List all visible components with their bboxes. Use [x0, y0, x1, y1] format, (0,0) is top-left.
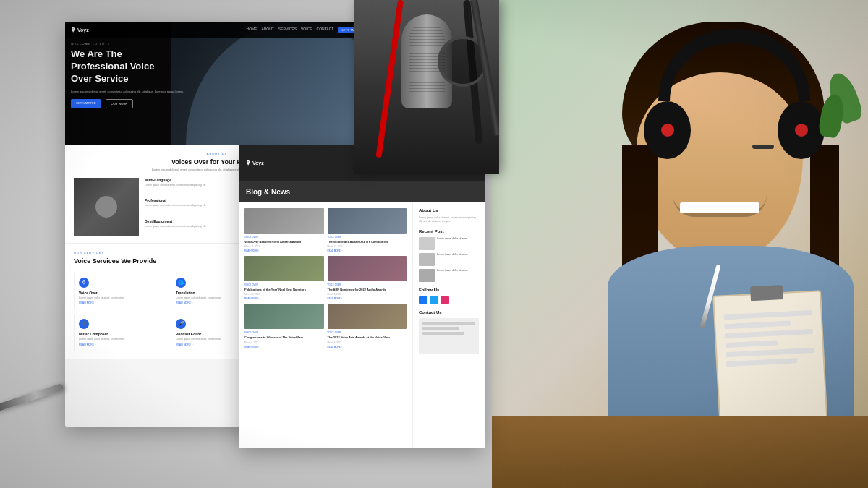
nav-home[interactable]: HOME: [247, 27, 258, 33]
recent-post-3-text: Lorem ipsum dolor sit amet.: [437, 269, 468, 282]
music-icon: 🎼: [79, 319, 89, 329]
blog-card-2-date: March 12, 2023: [328, 245, 407, 248]
recent-post-2: Lorem ipsum dolor sit amet.: [419, 253, 479, 266]
blog-card-3-title: Publications of the Year' Noel Best Narr…: [244, 288, 324, 291]
facebook-icon[interactable]: [419, 296, 427, 304]
blog-card-3: VOICE OVER Publications of the Year' Noe…: [244, 256, 324, 300]
hero-title: We Are The Professional Voice Over Servi…: [71, 48, 184, 85]
blog-card-3-date: March 10, 2023: [244, 293, 324, 296]
sidebar-about: About Us Lorem ipsum dolor sit amet, con…: [419, 208, 479, 223]
blog-card-5-image: [244, 304, 324, 329]
voiceover-link[interactable]: READ MORE ›: [79, 301, 161, 304]
blog-card-6: VOICE OVER The 2022 Voice Arts Awards at…: [328, 304, 407, 348]
feature-professional-text: Lorem ipsum dolor sit amet, consectetur …: [145, 204, 250, 207]
recent-post-2-image: [419, 253, 435, 266]
clipboard-line-2: [724, 320, 791, 329]
recent-post-1-text: Lorem ipsum dolor sit amet.: [437, 237, 468, 250]
recent-post-2-text: Lorem ipsum dolor sit amet.: [437, 253, 468, 266]
blog-card-5: VOICE OVER Congratulate to Winners of Th…: [244, 304, 324, 348]
nav-services[interactable]: SERVICES: [278, 27, 297, 33]
feature-professional-title: Professional: [145, 198, 250, 202]
feature-equipment-title: Best Equipment: [145, 219, 250, 223]
sidebar-follow: Follow Us: [419, 288, 479, 304]
translation-icon: 🌐: [176, 278, 186, 288]
headphone-red-left: [661, 124, 674, 137]
blog-card-6-image: [328, 304, 407, 329]
recent-post-1-image: [419, 237, 435, 250]
hero-cta-secondary[interactable]: OUR WORK: [106, 99, 133, 108]
clipboard-line-6: [726, 358, 797, 367]
blog-card-5-tag: VOICE OVER: [244, 331, 324, 334]
clipboard-clip: [750, 285, 783, 301]
hero-title-line1: We Are The: [71, 48, 122, 59]
blog-card-6-tag: VOICE OVER: [328, 331, 407, 334]
nav-about[interactable]: ABOUT: [262, 27, 274, 33]
hero-section: 🎙 Voyz HOME ABOUT SERVICES VOICE CONTACT…: [65, 22, 369, 145]
blog-card-6-date: March 4, 2023: [328, 341, 407, 344]
blog-card-5-link[interactable]: READ MORE ›: [244, 346, 324, 348]
hero-cta-primary[interactable]: GET STARTED: [71, 99, 101, 108]
blog-card-4-date: March 8, 2023: [328, 293, 407, 296]
blog-card-2-title: The Voice Index Award USA BY Compatriots: [328, 240, 407, 244]
instagram-icon[interactable]: [441, 296, 449, 304]
nav-voice[interactable]: VOICE: [301, 27, 312, 33]
blog-section-title: Blog & News: [246, 188, 290, 196]
blog-card-1-title: VoiceOver Network North America Award: [244, 240, 324, 244]
feature-multilanguage-title: Multi-Language: [145, 178, 250, 182]
twitter-icon[interactable]: [430, 296, 438, 304]
main-nav: 🎙 Voyz HOME ABOUT SERVICES VOICE CONTACT…: [65, 22, 369, 38]
contact-line-2: [422, 327, 459, 330]
music-desc: Lorem ipsum dolor sit amet, consectetur.: [79, 338, 161, 341]
blog-card-4: VOICE OVER The ARN Nominees for 2022 Aud…: [328, 256, 407, 300]
hero-title-line2: Professional Voice: [71, 61, 154, 72]
blog-card-5-date: March 6, 2023: [244, 341, 324, 344]
blog-card-2: VOICE OVER The Voice Index Award USA BY …: [328, 208, 407, 252]
person-photo-right: [492, 0, 868, 488]
recent-post-3-image: [419, 269, 435, 282]
blog-card-4-link[interactable]: READ MORE ›: [328, 297, 407, 300]
follow-icons: [419, 296, 479, 304]
about-image: [74, 178, 139, 236]
sidebar-about-text: Lorem ipsum dolor sit amet, consectetur …: [419, 216, 479, 223]
blog-card-2-tag: VOICE OVER: [328, 236, 407, 239]
blog-content: VOICE OVER VoiceOver Network North Ameri…: [239, 202, 485, 448]
blog-card-1: VOICE OVER VoiceOver Network North Ameri…: [244, 208, 324, 252]
hero-buttons: GET STARTED OUR WORK: [71, 99, 184, 108]
blog-card-1-link[interactable]: READ MORE ›: [244, 249, 324, 252]
desk: [492, 416, 868, 488]
blog-card-3-image: [244, 256, 324, 281]
sidebar-recent-title: Recent Post: [419, 229, 479, 234]
feature-multilanguage-text: Lorem ipsum dolor sit amet, consectetur …: [145, 184, 250, 187]
voiceover-icon: 🎙: [79, 278, 89, 288]
blog-website-screenshot: 🎙 Voyz LET'S TALK Blog & News VOICE OVER…: [239, 145, 485, 448]
hero-title-line3: Over Service: [71, 73, 129, 84]
hero-subtitle: WELCOME TO VOYZ: [71, 42, 184, 46]
feature-professional: Professional Lorem ipsum dolor sit amet,…: [145, 198, 250, 215]
music-name: Music Composer: [79, 332, 161, 336]
blog-card-1-tag: VOICE OVER: [244, 236, 324, 239]
blog-card-3-link[interactable]: READ MORE ›: [244, 297, 324, 300]
hero-text-block: WELCOME TO VOYZ We Are The Professional …: [71, 42, 184, 108]
headphone-ear-left: [644, 101, 691, 159]
hero-description: Lorem ipsum dolor sit amet, consectetur …: [71, 90, 184, 94]
blog-card-6-link[interactable]: READ MORE ›: [328, 346, 407, 348]
blog-card-1-image: [244, 208, 324, 234]
sidebar-follow-title: Follow Us: [419, 288, 479, 292]
clipboard-line-3: [725, 329, 813, 338]
clipboard-line-4: [726, 340, 778, 348]
blog-card-1-date: March 15, 2023: [244, 245, 324, 248]
mic-cable-red: [375, 0, 404, 158]
podcast-icon: 🎤: [176, 319, 186, 329]
clipboard-line-1: [724, 310, 812, 320]
blog-card-4-image: [328, 256, 407, 281]
service-voiceover: 🎙 Voice Over Lorem ipsum dolor sit amet,…: [74, 273, 166, 310]
blog-logo: 🎙 Voyz: [246, 160, 264, 166]
services-tag: OUR SERVICES: [74, 251, 156, 254]
blog-card-2-link[interactable]: READ MORE ›: [328, 249, 407, 252]
feature-equipment: Best Equipment Lorem ipsum dolor sit ame…: [145, 219, 250, 236]
feature-equipment-text: Lorem ipsum dolor sit amet, consectetur …: [145, 225, 250, 228]
music-link[interactable]: READ MORE ›: [79, 343, 161, 346]
recent-post-3: Lorem ipsum dolor sit amet.: [419, 269, 479, 282]
service-music: 🎼 Music Composer Lorem ipsum dolor sit a…: [74, 314, 166, 351]
nav-contact[interactable]: CONTACT: [317, 27, 334, 33]
